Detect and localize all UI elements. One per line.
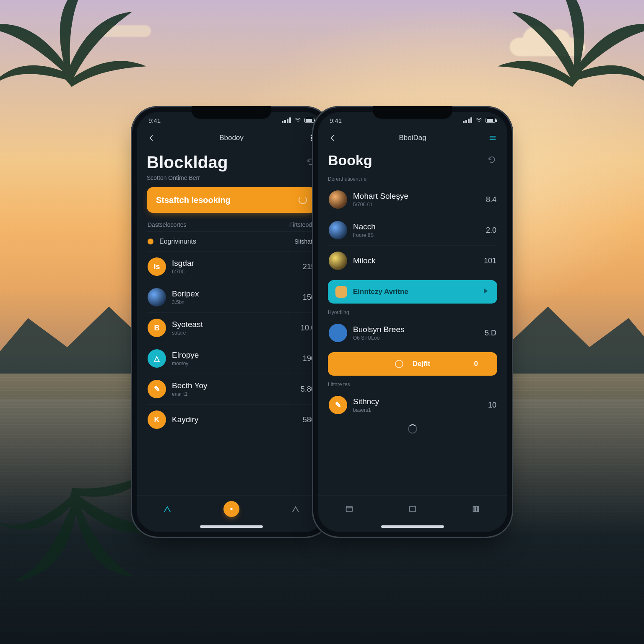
status-time: 9:41 — [148, 117, 161, 124]
tab-bar — [137, 495, 326, 522]
list-item-title: Isgdar — [172, 259, 297, 268]
list-item-title: Boripex — [172, 289, 297, 299]
list-item-value: 8.4 — [486, 195, 496, 204]
list-item-title: Nacch — [353, 222, 480, 231]
list-item-subtitle: sotare — [172, 330, 295, 336]
wifi-icon — [475, 117, 482, 125]
nav-title: BboiDag — [399, 134, 426, 142]
subtitle: Scotton Ontime Berr — [147, 174, 316, 181]
list-item-text: Sithncybasers1 — [353, 397, 482, 413]
phone-notch — [192, 106, 271, 119]
avatar — [329, 252, 347, 270]
list-item-text: Buolsyn BreesO6 STULoo — [353, 325, 479, 341]
list-item-subtitle: 5/706 €1 — [353, 202, 480, 208]
list-item[interactable]: ✎Sithncybasers110 — [328, 390, 497, 420]
tab-explore[interactable] — [291, 504, 300, 514]
avatar: ✎ — [148, 380, 166, 398]
latest-list: ✎Sithncybasers110 — [328, 390, 497, 420]
featured-action-button[interactable]: Einntezy Avritne — [328, 280, 497, 304]
avatar — [329, 221, 347, 239]
list-item-title: Syoteast — [172, 320, 295, 329]
deposit-button-label: Dejfit — [413, 360, 431, 368]
section-header-row: Dastselocortes Firtsteode — [147, 213, 316, 232]
list-item[interactable]: Milock101 — [328, 246, 497, 276]
list-item-title: Kaydiry — [172, 415, 297, 424]
app-title: Blockldag — [147, 153, 228, 172]
list-item-subtitle: enar t1 — [172, 391, 295, 397]
list-item-title: Buolsyn Brees — [353, 325, 479, 334]
list-item-title: Becth Yoy — [172, 381, 295, 390]
nav-title: Bbodoy — [219, 134, 244, 142]
home-indicator — [381, 525, 444, 528]
list-item-text: Mohart Soleşye5/706 €1 — [353, 192, 480, 208]
list-item-text: Elropyemontoy — [172, 351, 297, 366]
svg-point-3 — [230, 508, 232, 510]
primary-search-button[interactable]: Stsaftch lesooking — [147, 187, 316, 213]
tab-browse[interactable] — [408, 504, 417, 514]
svg-rect-4 — [346, 506, 353, 512]
list-item-text: Kaydiry — [172, 415, 297, 424]
subtitle: Dorerthutioent ife — [328, 176, 497, 182]
list-item-subtitle: froore 8S — [353, 232, 480, 238]
phone-notch — [373, 106, 452, 119]
tab-bar — [318, 495, 507, 522]
signal-icon — [282, 117, 291, 123]
deposit-button[interactable]: Dejfit 0 — [328, 352, 497, 376]
primary-search-button-label: Stsaftch lesooking — [156, 195, 231, 205]
featured-action-label: Einntezy Avritne — [353, 288, 408, 296]
home-indicator — [200, 525, 263, 528]
list-item[interactable]: BSyoteastsotare10.0 — [147, 313, 316, 343]
avatar: △ — [148, 349, 166, 368]
tab-home[interactable] — [163, 504, 172, 514]
list-item-subtitle: O6 STULoo — [353, 335, 479, 341]
list-item-text: Isgdar6:70€ — [172, 259, 297, 275]
list-item[interactable]: ✎Becth Yoyenar t15.80 — [147, 374, 316, 405]
destination-list: IsIsgdar6:70€215Boripex3.5bn150BSyoteast… — [147, 252, 316, 435]
list-item-text: Boripex3.5bn — [172, 289, 297, 305]
back-icon[interactable] — [327, 132, 338, 143]
list-item-text: Becth Yoyenar t1 — [172, 381, 295, 397]
list-item-value: 5.D — [485, 329, 496, 338]
avatar: ✎ — [329, 396, 347, 414]
list-item[interactable]: Boripex3.5bn150 — [147, 282, 316, 313]
avatar: Is — [148, 257, 166, 276]
list-item-value: 101 — [484, 257, 496, 265]
back-icon[interactable] — [146, 132, 157, 143]
section-header-left: Dastselocortes — [148, 221, 187, 228]
menu-icon[interactable] — [487, 132, 498, 143]
list-item[interactable]: Nacchfroore 8S2.0 — [328, 215, 497, 246]
list-item-text: Nacchfroore 8S — [353, 222, 480, 238]
list-item[interactable]: IsIsgdar6:70€215 — [147, 252, 316, 282]
list-item[interactable]: KKaydiry586 — [147, 405, 316, 435]
deposit-button-trail: 0 — [474, 360, 478, 368]
app-title: Bookg — [328, 152, 372, 169]
battery-icon — [486, 118, 496, 123]
list-item[interactable]: Mohart Soleşye5/706 €18.4 — [328, 184, 497, 215]
list-header-row[interactable]: Eogrivinunts Sitshats — [147, 232, 316, 252]
phone-mock-left: 9:41 Bbodoy Blockldag — [131, 106, 332, 538]
list-item-subtitle: montoy — [172, 361, 297, 366]
tab-library[interactable] — [471, 504, 480, 514]
tab-center-action[interactable] — [223, 501, 239, 517]
avatar — [148, 288, 166, 306]
status-icons — [463, 117, 496, 125]
section-header-right: Firtsteode — [289, 221, 315, 228]
avatar: K — [148, 410, 166, 429]
section-label: Littnre tes — [328, 382, 497, 387]
list-item[interactable]: △Elropyemontoy190 — [147, 343, 316, 374]
tab-inbox[interactable] — [345, 504, 354, 514]
list-item-subtitle: basers1 — [353, 407, 482, 413]
list-item-title: Elropye — [172, 351, 297, 360]
list-item[interactable]: Buolsyn BreesO6 STULoo5.D — [328, 318, 497, 348]
list-item-title: Sithncy — [353, 397, 482, 406]
avatar — [329, 324, 347, 342]
list-item-title: Milock — [353, 256, 478, 265]
phone-mock-right: 9:41 BboiDag Bookg — [312, 106, 513, 538]
featured-action-leading-icon — [335, 286, 347, 298]
spinner-icon — [299, 196, 307, 204]
list-item-text: Syoteastsotare — [172, 320, 295, 336]
list-item-subtitle: 3.5bn — [172, 299, 297, 305]
bullet-icon — [148, 239, 153, 244]
list-item-value: 2.0 — [486, 226, 496, 235]
refresh-icon[interactable] — [486, 154, 497, 165]
